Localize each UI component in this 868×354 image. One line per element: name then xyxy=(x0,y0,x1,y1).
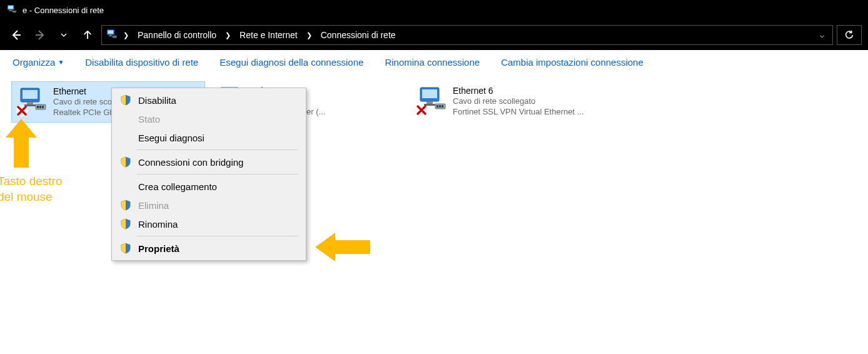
menu-item-rename[interactable]: Rinomina xyxy=(113,215,305,233)
adapter-status: Cavo di rete sco xyxy=(53,97,114,108)
disconnected-x-icon xyxy=(415,104,428,116)
context-menu: Disabilita Stato Esegui diagnosi Conness… xyxy=(111,88,306,261)
disconnected-x-icon xyxy=(16,104,28,117)
menu-item-label: Disabilita xyxy=(138,95,176,106)
address-icon xyxy=(106,29,118,41)
toolbar-change-settings[interactable]: Cambia impostazioni connessione xyxy=(501,57,643,68)
adapter-status: Cavo di rete scollegato xyxy=(453,96,584,107)
command-toolbar: Organizza ▼ Disabilita dispositivo di re… xyxy=(0,50,868,75)
menu-item-bridge[interactable]: Connessioni con bridging xyxy=(113,153,305,171)
annotation-line1: Tasto destro xyxy=(0,174,63,190)
chevron-right-icon[interactable]: ❯ xyxy=(122,31,130,39)
menu-item-disable[interactable]: Disabilita xyxy=(113,91,305,109)
chevron-right-icon[interactable]: ❯ xyxy=(224,31,232,39)
toolbar-change-label: Cambia impostazioni connessione xyxy=(501,57,643,68)
toolbar-organize[interactable]: Organizza ▼ xyxy=(13,57,64,68)
menu-item-diagnose[interactable]: Esegui diagnosi xyxy=(113,128,305,147)
shield-icon xyxy=(119,218,132,230)
chevron-right-icon[interactable]: ❯ xyxy=(305,31,313,39)
toolbar-disable-label: Disabilita dispositivo di rete xyxy=(85,57,198,68)
menu-item-shortcut[interactable]: Crea collegamento xyxy=(113,177,305,196)
menu-item-delete: Elimina xyxy=(113,196,305,215)
toolbar-diagnose[interactable]: Esegui diagnosi della connessione xyxy=(220,57,363,68)
navbar: ❯ Pannello di controllo ❯ Rete e Interne… xyxy=(0,20,868,50)
toolbar-organize-label: Organizza xyxy=(13,57,55,68)
menu-separator xyxy=(137,149,298,150)
menu-item-label: Crea collegamento xyxy=(138,181,217,192)
shield-icon xyxy=(119,156,132,168)
breadcrumb-item-2[interactable]: Connessioni di rete xyxy=(317,30,400,40)
window-icon xyxy=(6,4,18,16)
dropdown-caret-icon: ▼ xyxy=(58,59,64,66)
menu-item-status: Stato xyxy=(113,109,305,128)
menu-item-properties[interactable]: Proprietà xyxy=(113,239,305,258)
toolbar-rename-label: Rinomina connessione xyxy=(385,57,480,68)
annotation-line2: del mouse xyxy=(0,190,63,205)
address-bar[interactable]: ❯ Pannello di controllo ❯ Rete e Interne… xyxy=(101,25,833,45)
menu-item-label: Stato xyxy=(138,114,160,124)
adapter-device: Fortinet SSL VPN Virtual Ethernet ... xyxy=(453,107,584,118)
annotation-arrow-left-icon xyxy=(315,231,371,263)
annotation-text: Tasto destro del mouse xyxy=(0,174,63,205)
annotation-arrow-up-icon xyxy=(3,119,40,169)
refresh-button[interactable] xyxy=(837,25,862,45)
adapter-device: Realtek PCIe Gb xyxy=(53,108,114,118)
address-history-dropdown[interactable]: ⌵ xyxy=(815,31,829,39)
breadcrumb-item-0[interactable]: Pannello di controllo xyxy=(134,30,220,40)
toolbar-disable-device[interactable]: Disabilita dispositivo di rete xyxy=(85,57,198,68)
adapter-name: Ethernet 6 xyxy=(453,85,584,96)
adapter-icon xyxy=(17,86,47,116)
titlebar: e - Connessioni di rete xyxy=(0,0,868,20)
breadcrumb-item-1[interactable]: Rete e Internet xyxy=(236,30,301,40)
adapter-item-ethernet6[interactable]: Ethernet 6 Cavo di rete scollegato Forti… xyxy=(411,81,605,123)
menu-item-label: Elimina xyxy=(138,200,169,211)
menu-separator xyxy=(137,174,298,174)
nav-back-button[interactable] xyxy=(6,25,26,45)
nav-forward-button[interactable] xyxy=(30,25,50,45)
menu-item-label: Rinomina xyxy=(138,219,178,230)
menu-item-label: Connessioni con bridging xyxy=(138,157,243,168)
nav-up-button[interactable] xyxy=(78,25,98,45)
shield-icon xyxy=(119,243,132,254)
menu-separator xyxy=(137,236,298,236)
nav-recent-dropdown[interactable] xyxy=(54,25,74,45)
content-area: Ethernet Cavo di rete sco Realtek PCIe G… xyxy=(0,75,868,354)
toolbar-diagnose-label: Esegui diagnosi della connessione xyxy=(220,57,363,68)
adapter-icon xyxy=(416,85,447,115)
toolbar-rename[interactable]: Rinomina connessione xyxy=(385,57,480,68)
menu-item-label: Esegui diagnosi xyxy=(138,133,204,143)
window-title: e - Connessioni di rete xyxy=(23,6,104,15)
shield-icon xyxy=(119,200,132,211)
menu-item-label: Proprietà xyxy=(138,243,179,254)
adapter-name: Ethernet xyxy=(53,86,114,97)
shield-icon xyxy=(119,94,132,106)
